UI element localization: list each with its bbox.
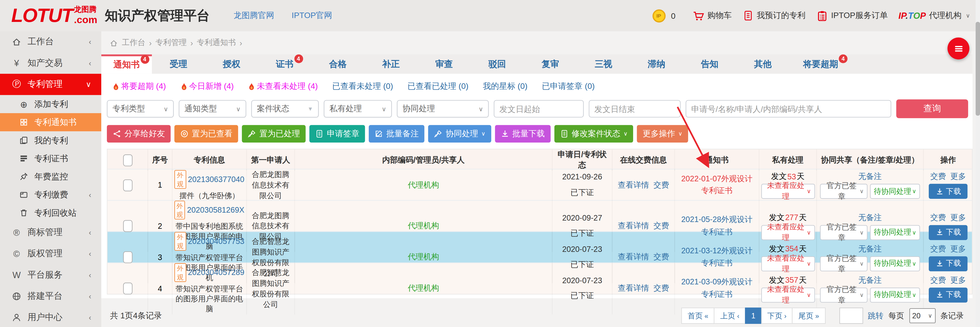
quick-filter-new-today[interactable]: 今日新增 (4): [180, 81, 234, 92]
tab-certificate[interactable]: 证书4: [258, 54, 311, 74]
view-detail-link[interactable]: 查看详情: [618, 180, 649, 190]
remark-link[interactable]: 无备注: [858, 275, 881, 286]
collab-status-select[interactable]: 待协同处理∨: [870, 184, 920, 199]
quick-filter-viewed-handled[interactable]: 已查看已处理 (0): [407, 81, 468, 92]
first-page-button[interactable]: 首页«: [681, 308, 715, 324]
notice-link[interactable]: 2022-01-07外观设计专利证书: [675, 169, 759, 201]
patent-number-link[interactable]: 202030581269X: [187, 206, 244, 214]
private-status-select[interactable]: 未查看应处理∨: [761, 184, 815, 199]
quick-filter-viewed-unhandled[interactable]: 已查看未处理 (0): [332, 81, 393, 92]
more-link[interactable]: 更多: [950, 275, 966, 286]
quick-filter-my-stars[interactable]: 我的星标 (0): [483, 81, 528, 92]
sidebar-item-ip-trade[interactable]: ¥ 知产交易 ‹: [0, 53, 101, 74]
quick-filter-unviewed-unhandled[interactable]: 未查看未处理 (4): [248, 81, 318, 92]
pay-fee-link[interactable]: 交费: [653, 180, 669, 190]
tab-expiring-soon[interactable]: 将要超期4: [789, 54, 852, 74]
pay-fee-link[interactable]: 交费: [931, 244, 946, 254]
nav-link-lotut-site[interactable]: 龙图腾官网: [234, 10, 274, 21]
sidebar-item-patent-management[interactable]: Ⓟ 专利管理 ∨: [0, 74, 101, 95]
sidebar-item-user-center[interactable]: 用户中心 ‹: [0, 307, 101, 327]
breadcrumb-patent-management[interactable]: 专利管理: [156, 38, 187, 48]
row-checkbox[interactable]: [123, 220, 132, 232]
sidebar-item-add-patent[interactable]: ⊕ 添加专利: [0, 95, 101, 113]
issue-date-start-input[interactable]: [494, 100, 584, 118]
download-button[interactable]: 下载: [929, 184, 967, 199]
sidebar-item-build-platform[interactable]: 搭建平台 ‹: [0, 286, 101, 307]
pay-fee-link[interactable]: 交费: [653, 221, 669, 231]
pay-fee-link[interactable]: 交费: [931, 171, 946, 182]
patent-number-link[interactable]: 2021306377040: [188, 175, 245, 183]
sidebar-item-patent-recycle-bin[interactable]: 专利回收站: [0, 204, 101, 222]
pay-fee-link[interactable]: 交费: [653, 284, 669, 294]
tab-notices[interactable]: 通知书4: [101, 54, 152, 74]
more-link[interactable]: 更多: [950, 244, 966, 254]
seal-status-select[interactable]: 官方已签章∨: [820, 184, 867, 199]
row-checkbox[interactable]: [123, 251, 132, 263]
tab-reexamination[interactable]: 复审: [524, 54, 577, 74]
search-input[interactable]: [686, 100, 891, 118]
notice-link[interactable]: 2021-03-09外观设计专利证书: [675, 263, 759, 314]
mark-viewed-button[interactable]: 置为已查看: [174, 125, 238, 142]
sidebar-item-patent-fees[interactable]: 专利缴费 ‹: [0, 186, 101, 204]
tab-three-views[interactable]: 三视: [577, 54, 630, 74]
change-case-status-button[interactable]: 修改案件状态∨: [554, 125, 633, 142]
scrollbar-track[interactable]: [976, 0, 980, 327]
row-checkbox[interactable]: [123, 283, 132, 295]
sidebar-item-trademark-management[interactable]: ® 商标管理 ‹: [0, 222, 101, 243]
tab-grant[interactable]: 授权: [205, 54, 258, 74]
patent-type-select[interactable]: 专利类型∨: [107, 100, 174, 118]
patent-number-link[interactable]: 2020304057753: [188, 237, 245, 246]
more-actions-button[interactable]: 更多操作∨: [637, 125, 688, 142]
sidebar-item-patent-notices[interactable]: 专利通知书: [0, 113, 101, 131]
tab-late-fee[interactable]: 滞纳: [630, 54, 683, 74]
patent-number-link[interactable]: 2020304057289: [188, 268, 245, 277]
private-handle-select[interactable]: 私有处理∨: [324, 100, 392, 118]
per-page-select[interactable]: 20∨: [909, 308, 935, 323]
sidebar-item-patent-certificates[interactable]: 专利证书: [0, 150, 101, 167]
tab-qualified[interactable]: 合格: [311, 54, 364, 74]
ip-coin-icon[interactable]: IP: [652, 9, 665, 22]
case-status-select[interactable]: 案件状态▼: [251, 100, 319, 118]
tab-acceptance[interactable]: 受理: [152, 54, 205, 74]
tab-rejection[interactable]: 驳回: [471, 54, 524, 74]
sidebar-item-workbench[interactable]: 工作台 ‹: [0, 31, 101, 53]
pay-fee-link[interactable]: 交费: [653, 252, 669, 263]
seal-status-select[interactable]: 官方已签章∨: [820, 287, 867, 302]
sidebar-item-copyright-management[interactable]: © 版权管理 ‹: [0, 243, 101, 265]
select-all-checkbox[interactable]: [123, 154, 132, 166]
sidebar-item-annuity-monitor[interactable]: 年费监控: [0, 167, 101, 186]
mark-handled-button[interactable]: 置为已处理: [242, 125, 306, 142]
more-link[interactable]: 更多: [950, 171, 966, 182]
quick-filter-expiring[interactable]: 将要超期 (4): [113, 81, 166, 92]
collab-handle-select[interactable]: 协同处理∨: [397, 100, 489, 118]
nav-link-iptop-site[interactable]: IPTOP官网: [292, 10, 332, 21]
floating-menu-button[interactable]: [948, 38, 969, 59]
pay-fee-link[interactable]: 交费: [931, 212, 946, 223]
tab-other[interactable]: 其他: [736, 54, 789, 74]
tab-examination[interactable]: 审查: [417, 54, 471, 74]
collab-handle-button[interactable]: 协同处理∨: [428, 125, 491, 142]
sidebar-item-my-patents[interactable]: 我的专利: [0, 131, 101, 149]
tab-correction[interactable]: 补正: [364, 54, 418, 74]
remark-link[interactable]: 无备注: [858, 171, 881, 182]
private-status-select[interactable]: 未查看应处理∨: [761, 287, 815, 302]
breadcrumb-patent-notices[interactable]: 专利通知书: [197, 38, 235, 48]
jump-page-input[interactable]: [839, 308, 863, 324]
batch-remark-button[interactable]: 批量备注: [369, 125, 425, 142]
cart-button[interactable]: 购物车: [692, 10, 732, 21]
last-page-button[interactable]: 尾页»: [792, 308, 825, 324]
collab-status-select[interactable]: 待协同处理∨: [870, 287, 920, 302]
query-button[interactable]: 查询: [896, 99, 968, 118]
next-page-button[interactable]: 下页›: [761, 308, 793, 324]
batch-download-button[interactable]: 批量下载: [495, 125, 550, 142]
quick-filter-seal-applied[interactable]: 已申请签章 (0): [542, 81, 595, 92]
prev-page-button[interactable]: 上页‹: [714, 308, 746, 324]
download-button[interactable]: 下载: [929, 287, 967, 302]
pay-fee-link[interactable]: 交费: [931, 275, 946, 286]
view-detail-link[interactable]: 查看详情: [618, 284, 649, 294]
reserved-patents-button[interactable]: 我预订的专利: [742, 10, 805, 21]
scrollbar-thumb[interactable]: [976, 22, 980, 116]
remark-link[interactable]: 无备注: [858, 212, 881, 223]
issue-date-end-input[interactable]: [589, 100, 681, 118]
lotut-logo[interactable]: LOTUT 龙图腾 .com: [11, 3, 97, 28]
